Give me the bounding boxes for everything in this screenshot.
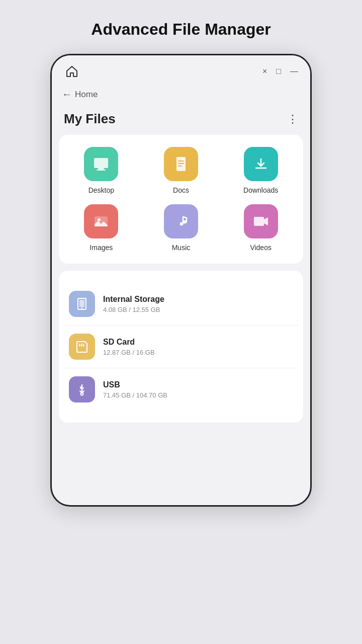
music-label: Music [172,244,191,252]
folder-item-videos[interactable]: Videos [223,204,298,252]
storage-item-internal[interactable]: Internal Storage 4.08 GB / 12.55 GB [64,283,298,326]
home-nav-label: Home [75,90,98,100]
svg-point-6 [179,222,183,226]
usb-size: 71.45 GB / 104.70 GB [103,391,167,399]
svg-rect-14 [83,344,84,347]
svg-rect-8 [254,217,264,226]
window-controls: × □ — [262,67,298,75]
svg-rect-2 [97,170,106,171]
folder-item-docs[interactable]: Docs [144,147,219,194]
images-icon-wrap [84,204,118,238]
svg-point-15 [81,393,83,395]
images-label: Images [89,244,113,252]
docs-icon-wrap [164,147,198,181]
music-icon-wrap [164,204,198,238]
home-icon[interactable] [64,63,80,79]
internal-storage-name: Internal Storage [103,295,164,304]
internal-storage-icon [69,291,95,317]
page-title: Advanced File Manager [91,20,270,39]
usb-icon [69,376,95,403]
svg-rect-1 [98,168,104,170]
nav-bar: ← Home [52,85,310,106]
svg-rect-13 [81,344,82,347]
minimize-button[interactable]: — [290,67,298,75]
desktop-label: Desktop [88,186,114,194]
svg-rect-16 [80,386,81,389]
svg-rect-0 [94,158,108,168]
downloads-label: Downloads [243,186,278,194]
storage-item-usb[interactable]: USB 71.45 GB / 104.70 GB [64,368,298,411]
folder-item-images[interactable]: Images [64,204,139,252]
desktop-icon-wrap [84,147,118,181]
my-files-title: My Files [64,111,116,127]
sdcard-info: SD Card 12.87 GB / 16 GB [103,338,155,356]
folders-card: Desktop Docs [59,135,303,264]
downloads-icon-wrap [244,147,278,181]
my-files-header: My Files ⋮ [52,106,310,135]
back-arrow-icon: ← [62,89,72,100]
sdcard-name: SD Card [103,338,155,347]
docs-label: Docs [173,186,189,194]
sdcard-size: 12.87 GB / 16 GB [103,349,155,356]
internal-storage-info: Internal Storage 4.08 GB / 12.55 GB [103,295,164,313]
svg-point-11 [81,307,83,309]
back-button[interactable]: ← Home [62,89,98,100]
storage-item-sdcard[interactable]: SD Card 12.87 GB / 16 GB [64,326,298,368]
folder-item-desktop[interactable]: Desktop [64,147,139,194]
svg-rect-17 [82,387,84,389]
sdcard-icon [69,334,95,360]
folder-item-downloads[interactable]: Downloads [223,147,298,194]
usb-info: USB 71.45 GB / 104.70 GB [103,380,167,399]
close-button[interactable]: × [262,67,267,75]
svg-rect-12 [79,344,80,347]
phone-frame: × □ — ← Home My Files ⋮ [50,54,312,507]
maximize-button[interactable]: □ [276,67,281,75]
svg-point-7 [183,220,187,224]
storage-card: Internal Storage 4.08 GB / 12.55 GB SD C… [59,271,303,423]
internal-storage-size: 4.08 GB / 12.55 GB [103,306,164,313]
storage-list: Internal Storage 4.08 GB / 12.55 GB SD C… [64,283,298,411]
videos-label: Videos [250,244,272,252]
usb-name: USB [103,380,167,389]
folder-grid: Desktop Docs [64,147,298,252]
videos-icon-wrap [244,204,278,238]
svg-rect-10 [79,300,84,307]
more-options-button[interactable]: ⋮ [287,114,298,125]
folder-item-music[interactable]: Music [144,204,219,252]
phone-top-bar: × □ — [52,55,310,85]
